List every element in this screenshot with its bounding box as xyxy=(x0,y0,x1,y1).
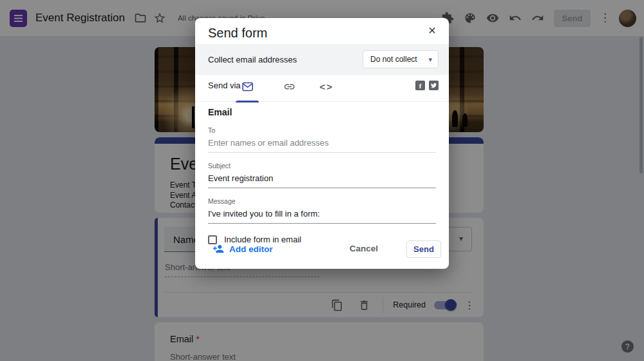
send-button-dialog[interactable]: Send xyxy=(406,240,441,258)
tab-embed-html[interactable]: <> xyxy=(316,79,337,100)
subject-input[interactable] xyxy=(208,170,436,188)
to-field-label: To xyxy=(208,126,436,134)
link-icon xyxy=(283,81,296,93)
email-section-heading: Email xyxy=(208,107,436,117)
envelope-icon xyxy=(242,81,254,93)
email-compose-section: Email To Subject Message Include form in… xyxy=(208,107,436,244)
send-via-label: Send via xyxy=(208,81,241,90)
message-field-label: Message xyxy=(208,197,436,205)
close-icon[interactable]: ✕ xyxy=(426,24,439,37)
subject-field-label: Subject xyxy=(208,162,436,170)
code-icon: <> xyxy=(319,81,334,92)
dialog-title: Send form xyxy=(208,26,267,41)
add-editor-label: Add editor xyxy=(229,244,273,254)
message-input[interactable] xyxy=(208,205,436,224)
dialog-footer: Add editor Cancel Send xyxy=(195,240,449,260)
google-forms-app: Event Registration All changes saved in … xyxy=(0,0,644,361)
collect-email-value: Do not collect xyxy=(370,55,417,64)
send-form-dialog: Send form ✕ Collect email addresses Do n… xyxy=(195,18,449,269)
tab-send-link[interactable] xyxy=(278,79,300,100)
chevron-down-icon: ▾ xyxy=(428,55,432,64)
dialog-header: Send form ✕ xyxy=(195,18,449,44)
cancel-button[interactable]: Cancel xyxy=(350,244,378,253)
add-editor-button[interactable]: Add editor xyxy=(213,243,273,255)
facebook-icon: f xyxy=(419,82,422,90)
collect-email-label: Collect email addresses xyxy=(208,55,297,64)
send-via-tabs: Send via <> f xyxy=(195,75,449,102)
collect-email-row: Collect email addresses Do not collect ▾ xyxy=(195,44,449,75)
twitter-icon xyxy=(430,82,437,89)
collect-email-dropdown[interactable]: Do not collect ▾ xyxy=(363,50,439,68)
share-facebook-button[interactable]: f xyxy=(415,81,425,90)
share-twitter-button[interactable] xyxy=(429,81,439,90)
person-add-icon xyxy=(213,243,224,255)
to-input[interactable] xyxy=(208,134,436,153)
tab-send-email[interactable] xyxy=(236,79,258,100)
